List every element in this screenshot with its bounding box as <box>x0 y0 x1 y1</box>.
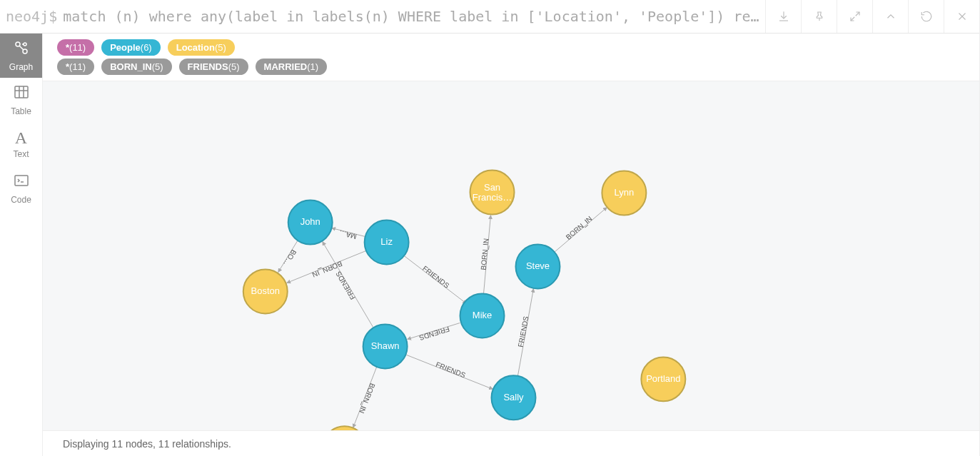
svg-text:John: John <box>300 216 320 227</box>
node-sally[interactable]: Sally <box>492 375 536 420</box>
query-prompt: neo4j$ <box>0 0 63 33</box>
edge-label: BO… <box>282 248 298 268</box>
node-steve[interactable]: Steve <box>515 245 560 289</box>
pill-all-nodes[interactable]: *(11) <box>57 39 94 56</box>
edge-label: FRIENDS <box>517 315 530 348</box>
query-text[interactable]: match (n) where any(label in labels(n) W… <box>63 0 765 33</box>
svg-point-2 <box>24 43 26 46</box>
svg-text:San: San <box>484 182 500 193</box>
node-miami[interactable]: Miami <box>323 426 367 430</box>
node-mike[interactable]: Mike <box>460 293 505 338</box>
text-icon: A <box>15 129 27 146</box>
expand-icon[interactable] <box>837 0 872 33</box>
code-icon <box>13 172 30 192</box>
svg-text:Portland: Portland <box>646 373 680 384</box>
close-icon[interactable] <box>944 0 979 33</box>
edge-label: FRIENDS <box>334 270 357 301</box>
pill-all-rels[interactable]: *(11) <box>57 59 94 75</box>
graph-icon <box>13 39 30 59</box>
node-john[interactable]: John <box>288 201 333 245</box>
edge-label: BORN_IN <box>565 215 594 241</box>
relationship-pills: *(11) BORN_IN(5) FRIENDS(5) MARRIED(1) <box>43 57 979 76</box>
pill-location[interactable]: Location(5) <box>168 39 235 56</box>
tab-table[interactable]: Table <box>0 78 42 122</box>
pill-people[interactable]: People(6) <box>101 39 161 56</box>
graph-canvas[interactable]: MA… BO… BORN_IN FRIENDS FRIENDS FRIENDS … <box>43 81 979 430</box>
tab-label: Graph <box>9 62 33 72</box>
tab-text[interactable]: A Text <box>0 122 42 166</box>
pill-friends[interactable]: FRIENDS(5) <box>179 59 248 75</box>
svg-rect-4 <box>15 176 28 186</box>
edge-label: FRIENDS <box>418 325 450 342</box>
tab-code[interactable]: Code <box>0 166 42 211</box>
svg-rect-3 <box>15 86 28 98</box>
edge-label: BORN_IN <box>358 382 376 414</box>
download-icon[interactable] <box>765 0 801 33</box>
node-portland[interactable]: Portland <box>641 357 685 401</box>
tab-label: Table <box>11 106 31 116</box>
collapse-up-icon[interactable] <box>872 0 908 33</box>
tab-graph[interactable]: Graph <box>0 34 42 78</box>
svg-text:Francis…: Francis… <box>473 192 512 203</box>
node-san-francisco[interactable]: San Francis… <box>470 171 515 215</box>
edge-label: BORN_IN <box>480 238 490 270</box>
svg-text:Sally: Sally <box>503 392 524 402</box>
node-shawn[interactable]: Shawn <box>363 324 408 368</box>
edge-label: FRIENDS <box>435 360 467 380</box>
node-label-pills: *(11) People(6) Location(5) <box>43 34 979 57</box>
tab-label: Text <box>13 149 29 159</box>
svg-text:Boston: Boston <box>251 285 280 296</box>
svg-text:Liz: Liz <box>380 236 393 247</box>
pill-married[interactable]: MARRIED(1) <box>256 59 328 75</box>
svg-text:Mike: Mike <box>473 310 492 320</box>
pill-born-in[interactable]: BORN_IN(5) <box>101 59 171 75</box>
node-liz[interactable]: Liz <box>365 221 409 265</box>
status-text: Displaying 11 nodes, 11 relationships. <box>63 438 231 450</box>
refresh-icon[interactable] <box>908 0 944 33</box>
svg-text:Steve: Steve <box>526 260 550 271</box>
svg-point-24 <box>323 426 367 430</box>
pin-icon[interactable] <box>801 0 837 33</box>
node-lynn[interactable]: Lynn <box>602 171 646 216</box>
edge-label: MA… <box>338 228 358 240</box>
tab-label: Code <box>11 195 31 205</box>
svg-text:Shawn: Shawn <box>371 340 400 351</box>
svg-text:Lynn: Lynn <box>615 187 635 198</box>
table-icon <box>13 83 30 103</box>
node-boston[interactable]: Boston <box>243 269 288 313</box>
edge-label: FRIENDS <box>421 264 451 290</box>
